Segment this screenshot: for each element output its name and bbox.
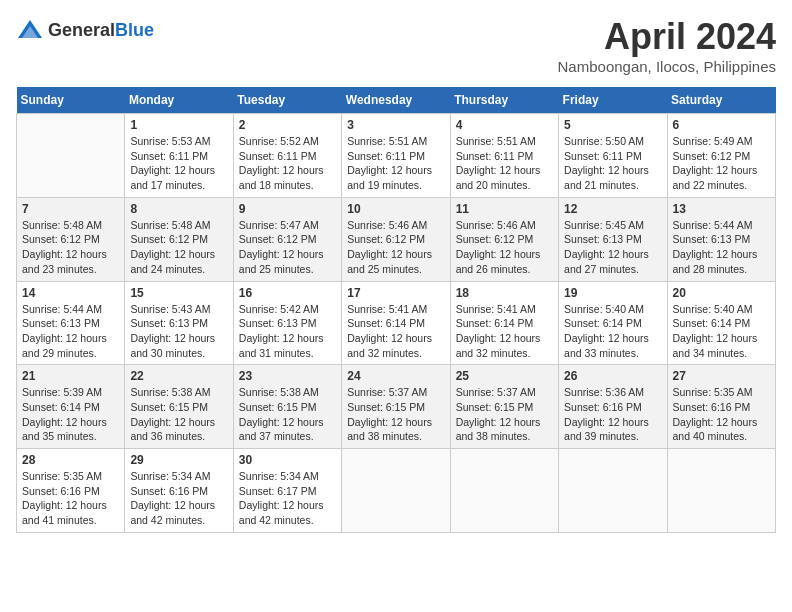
day-number: 13 <box>673 202 770 216</box>
day-number: 11 <box>456 202 553 216</box>
cell-info: Sunrise: 5:37 AMSunset: 6:15 PMDaylight:… <box>456 385 553 444</box>
day-number: 22 <box>130 369 227 383</box>
weekday-header-monday: Monday <box>125 87 233 114</box>
logo-icon <box>16 16 44 44</box>
cell-info: Sunrise: 5:51 AMSunset: 6:11 PMDaylight:… <box>347 134 444 193</box>
cell-info: Sunrise: 5:45 AMSunset: 6:13 PMDaylight:… <box>564 218 661 277</box>
logo: GeneralBlue <box>16 16 154 44</box>
calendar-cell: 26Sunrise: 5:36 AMSunset: 6:16 PMDayligh… <box>559 365 667 449</box>
calendar-cell: 28Sunrise: 5:35 AMSunset: 6:16 PMDayligh… <box>17 449 125 533</box>
day-number: 24 <box>347 369 444 383</box>
cell-info: Sunrise: 5:34 AMSunset: 6:16 PMDaylight:… <box>130 469 227 528</box>
cell-info: Sunrise: 5:49 AMSunset: 6:12 PMDaylight:… <box>673 134 770 193</box>
cell-info: Sunrise: 5:46 AMSunset: 6:12 PMDaylight:… <box>347 218 444 277</box>
calendar-cell: 25Sunrise: 5:37 AMSunset: 6:15 PMDayligh… <box>450 365 558 449</box>
calendar-week-row: 28Sunrise: 5:35 AMSunset: 6:16 PMDayligh… <box>17 449 776 533</box>
cell-info: Sunrise: 5:34 AMSunset: 6:17 PMDaylight:… <box>239 469 336 528</box>
cell-info: Sunrise: 5:40 AMSunset: 6:14 PMDaylight:… <box>564 302 661 361</box>
weekday-header-sunday: Sunday <box>17 87 125 114</box>
month-title: April 2024 <box>558 16 776 58</box>
calendar-cell: 1Sunrise: 5:53 AMSunset: 6:11 PMDaylight… <box>125 114 233 198</box>
day-number: 3 <box>347 118 444 132</box>
cell-info: Sunrise: 5:46 AMSunset: 6:12 PMDaylight:… <box>456 218 553 277</box>
calendar-cell: 16Sunrise: 5:42 AMSunset: 6:13 PMDayligh… <box>233 281 341 365</box>
calendar-cell <box>342 449 450 533</box>
cell-info: Sunrise: 5:41 AMSunset: 6:14 PMDaylight:… <box>456 302 553 361</box>
weekday-header-saturday: Saturday <box>667 87 775 114</box>
calendar-cell: 3Sunrise: 5:51 AMSunset: 6:11 PMDaylight… <box>342 114 450 198</box>
day-number: 6 <box>673 118 770 132</box>
calendar-week-row: 21Sunrise: 5:39 AMSunset: 6:14 PMDayligh… <box>17 365 776 449</box>
cell-info: Sunrise: 5:36 AMSunset: 6:16 PMDaylight:… <box>564 385 661 444</box>
calendar-cell: 11Sunrise: 5:46 AMSunset: 6:12 PMDayligh… <box>450 197 558 281</box>
day-number: 26 <box>564 369 661 383</box>
cell-info: Sunrise: 5:42 AMSunset: 6:13 PMDaylight:… <box>239 302 336 361</box>
day-number: 15 <box>130 286 227 300</box>
day-number: 7 <box>22 202 119 216</box>
calendar-cell <box>667 449 775 533</box>
day-number: 10 <box>347 202 444 216</box>
cell-info: Sunrise: 5:37 AMSunset: 6:15 PMDaylight:… <box>347 385 444 444</box>
day-number: 16 <box>239 286 336 300</box>
cell-info: Sunrise: 5:50 AMSunset: 6:11 PMDaylight:… <box>564 134 661 193</box>
calendar-cell: 5Sunrise: 5:50 AMSunset: 6:11 PMDaylight… <box>559 114 667 198</box>
day-number: 25 <box>456 369 553 383</box>
calendar-cell: 9Sunrise: 5:47 AMSunset: 6:12 PMDaylight… <box>233 197 341 281</box>
calendar-cell: 30Sunrise: 5:34 AMSunset: 6:17 PMDayligh… <box>233 449 341 533</box>
cell-info: Sunrise: 5:44 AMSunset: 6:13 PMDaylight:… <box>673 218 770 277</box>
cell-info: Sunrise: 5:51 AMSunset: 6:11 PMDaylight:… <box>456 134 553 193</box>
calendar-cell: 22Sunrise: 5:38 AMSunset: 6:15 PMDayligh… <box>125 365 233 449</box>
cell-info: Sunrise: 5:47 AMSunset: 6:12 PMDaylight:… <box>239 218 336 277</box>
calendar-cell <box>450 449 558 533</box>
calendar-cell: 4Sunrise: 5:51 AMSunset: 6:11 PMDaylight… <box>450 114 558 198</box>
logo-blue: Blue <box>115 20 154 40</box>
cell-info: Sunrise: 5:39 AMSunset: 6:14 PMDaylight:… <box>22 385 119 444</box>
cell-info: Sunrise: 5:44 AMSunset: 6:13 PMDaylight:… <box>22 302 119 361</box>
day-number: 27 <box>673 369 770 383</box>
cell-info: Sunrise: 5:43 AMSunset: 6:13 PMDaylight:… <box>130 302 227 361</box>
cell-info: Sunrise: 5:38 AMSunset: 6:15 PMDaylight:… <box>239 385 336 444</box>
calendar-cell: 21Sunrise: 5:39 AMSunset: 6:14 PMDayligh… <box>17 365 125 449</box>
day-number: 4 <box>456 118 553 132</box>
cell-info: Sunrise: 5:35 AMSunset: 6:16 PMDaylight:… <box>673 385 770 444</box>
calendar-week-row: 7Sunrise: 5:48 AMSunset: 6:12 PMDaylight… <box>17 197 776 281</box>
weekday-header-friday: Friday <box>559 87 667 114</box>
day-number: 5 <box>564 118 661 132</box>
day-number: 29 <box>130 453 227 467</box>
calendar-cell: 15Sunrise: 5:43 AMSunset: 6:13 PMDayligh… <box>125 281 233 365</box>
location-title: Namboongan, Ilocos, Philippines <box>558 58 776 75</box>
weekday-header-wednesday: Wednesday <box>342 87 450 114</box>
weekday-header-tuesday: Tuesday <box>233 87 341 114</box>
day-number: 8 <box>130 202 227 216</box>
calendar-cell: 20Sunrise: 5:40 AMSunset: 6:14 PMDayligh… <box>667 281 775 365</box>
day-number: 1 <box>130 118 227 132</box>
calendar-cell: 13Sunrise: 5:44 AMSunset: 6:13 PMDayligh… <box>667 197 775 281</box>
day-number: 17 <box>347 286 444 300</box>
day-number: 12 <box>564 202 661 216</box>
day-number: 19 <box>564 286 661 300</box>
cell-info: Sunrise: 5:38 AMSunset: 6:15 PMDaylight:… <box>130 385 227 444</box>
weekday-header-thursday: Thursday <box>450 87 558 114</box>
title-area: April 2024 Namboongan, Ilocos, Philippin… <box>558 16 776 75</box>
day-number: 14 <box>22 286 119 300</box>
calendar-cell: 17Sunrise: 5:41 AMSunset: 6:14 PMDayligh… <box>342 281 450 365</box>
calendar-cell: 8Sunrise: 5:48 AMSunset: 6:12 PMDaylight… <box>125 197 233 281</box>
calendar-cell: 14Sunrise: 5:44 AMSunset: 6:13 PMDayligh… <box>17 281 125 365</box>
cell-info: Sunrise: 5:35 AMSunset: 6:16 PMDaylight:… <box>22 469 119 528</box>
day-number: 20 <box>673 286 770 300</box>
calendar-cell: 18Sunrise: 5:41 AMSunset: 6:14 PMDayligh… <box>450 281 558 365</box>
day-number: 28 <box>22 453 119 467</box>
weekday-header-row: SundayMondayTuesdayWednesdayThursdayFrid… <box>17 87 776 114</box>
calendar-cell: 6Sunrise: 5:49 AMSunset: 6:12 PMDaylight… <box>667 114 775 198</box>
day-number: 30 <box>239 453 336 467</box>
calendar-cell: 10Sunrise: 5:46 AMSunset: 6:12 PMDayligh… <box>342 197 450 281</box>
logo-general: General <box>48 20 115 40</box>
day-number: 18 <box>456 286 553 300</box>
calendar-cell: 12Sunrise: 5:45 AMSunset: 6:13 PMDayligh… <box>559 197 667 281</box>
calendar-week-row: 14Sunrise: 5:44 AMSunset: 6:13 PMDayligh… <box>17 281 776 365</box>
calendar-cell <box>559 449 667 533</box>
calendar-table: SundayMondayTuesdayWednesdayThursdayFrid… <box>16 87 776 533</box>
calendar-week-row: 1Sunrise: 5:53 AMSunset: 6:11 PMDaylight… <box>17 114 776 198</box>
calendar-cell: 2Sunrise: 5:52 AMSunset: 6:11 PMDaylight… <box>233 114 341 198</box>
calendar-cell: 7Sunrise: 5:48 AMSunset: 6:12 PMDaylight… <box>17 197 125 281</box>
